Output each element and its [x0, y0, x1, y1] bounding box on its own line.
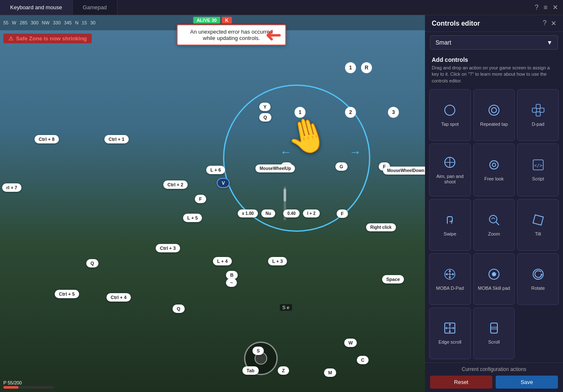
key-badge-rightclick[interactable]: Right click [366, 223, 396, 231]
key-badge-nu[interactable]: Nu [261, 209, 275, 217]
compass-30: 30 [90, 20, 96, 25]
key-badge-num2[interactable]: 2 [345, 107, 356, 118]
svg-rect-31 [491, 323, 497, 333]
key-badge-ctrl7[interactable]: rl + 7 [2, 183, 21, 192]
add-controls-title: Add controls [432, 56, 556, 63]
key-badge-space[interactable]: Space [382, 275, 404, 283]
key-badge-f3[interactable]: F [337, 209, 348, 218]
panel-close-icon[interactable]: ✕ [551, 19, 556, 27]
script-label: Script [532, 176, 544, 182]
safe-zone-text: Safe Zone is now shrinking [16, 35, 87, 42]
control-moba-skill[interactable]: MOBA Skill pad [473, 253, 515, 305]
tab-gamepad[interactable]: Gamepad [73, 0, 117, 15]
key-badge-f1[interactable]: F [195, 195, 206, 203]
panel-help-icon[interactable]: ? [543, 19, 547, 27]
key-badge-num1[interactable]: 1 [295, 107, 305, 118]
control-repeated-tap[interactable]: Repeated tap [473, 89, 515, 141]
svg-rect-6 [540, 108, 544, 112]
menu-icon[interactable]: ≡ [544, 4, 547, 11]
control-scroll[interactable]: Scroll [473, 307, 515, 359]
free-look-label: Free look [484, 176, 504, 182]
key-badge-l3[interactable]: L + 3 [268, 257, 287, 265]
compass-n: N [75, 20, 78, 25]
alive-badge: ALIVE 30 [193, 17, 220, 24]
key-badge-l5[interactable]: L + 5 [183, 214, 202, 222]
alive-label: ALIVE [197, 18, 210, 23]
control-aim-pan-shoot[interactable]: Aim, pan and shoot [429, 143, 471, 196]
key-badge-l4[interactable]: L + 4 [213, 257, 232, 265]
svg-text:</>: </> [534, 163, 542, 168]
key-badge-b[interactable]: B [226, 271, 238, 279]
control-rotate[interactable]: Rotate [517, 253, 559, 305]
zoom-label: Zoom [488, 231, 500, 237]
key-badge-r[interactable]: R [361, 62, 372, 73]
top-bar: Keyboard and mouse Gamepad ? ≡ ✕ [0, 0, 563, 15]
rotate-icon [531, 268, 545, 283]
key-badge-q1[interactable]: Q [259, 113, 271, 122]
key-badge-q3[interactable]: Q [173, 305, 185, 313]
compass-value: 55 [3, 20, 8, 25]
control-swipe[interactable]: Swipe [429, 199, 471, 251]
control-tap-spot[interactable]: Tap spot [429, 89, 471, 141]
save-button[interactable]: Save [496, 376, 558, 389]
control-moba-dpad[interactable]: MOBA D-Pad [429, 253, 471, 305]
key-badge-num3[interactable]: 3 [388, 107, 399, 118]
tab-keyboard[interactable]: Keyboard and mouse [0, 0, 73, 15]
dpad-label: D-pad [532, 122, 544, 127]
key-badge-x100[interactable]: x 1.00 [238, 209, 258, 217]
key-badge-mwdown[interactable]: MouseWheelDown [383, 167, 425, 175]
key-badge-se[interactable]: S e [280, 304, 292, 311]
control-free-look[interactable]: Free look [473, 143, 515, 196]
reset-button[interactable]: Reset [430, 376, 492, 389]
svg-marker-25 [540, 273, 543, 275]
game-area: 55 W 285 300 NW 330 345 N 15 30 ALIVE 30… [0, 15, 425, 392]
svg-marker-29 [445, 327, 447, 329]
key-badge-v[interactable]: V [217, 178, 230, 188]
key-badge-s[interactable]: S [252, 347, 264, 355]
add-controls-section: Add controls Drag and drop an action on … [425, 53, 563, 86]
hp-fill [3, 386, 19, 389]
key-badge-q2[interactable]: Q [86, 259, 98, 268]
key-badge-ctrl2[interactable]: Ctrl + 2 [163, 180, 188, 189]
alive-count: 30 [212, 18, 217, 23]
key-badge-tilde[interactable]: ~ [226, 278, 237, 287]
compass-285: 285 [20, 20, 27, 25]
control-zoom[interactable]: Zoom [473, 199, 515, 251]
key-badge-ctrl1[interactable]: Ctrl + 1 [104, 135, 129, 143]
panel-footer: Current configuration actions Reset Save [425, 363, 563, 392]
swipe-label: Swipe [443, 231, 456, 237]
key-badge-c[interactable]: C [357, 356, 369, 364]
key-badge-1[interactable]: 1 [345, 62, 356, 73]
key-badge-l2[interactable]: l + 2 [303, 209, 320, 217]
key-badge-z[interactable]: Z [278, 366, 289, 375]
key-badge-g[interactable]: G [335, 162, 348, 171]
tab-gamepad-label: Gamepad [83, 4, 107, 11]
svg-point-11 [492, 163, 496, 167]
control-script[interactable]: </> Script [517, 143, 559, 196]
hp-bar [3, 386, 54, 389]
key-badge-ctrl8[interactable]: Ctrl + 8 [35, 135, 59, 143]
key-badge-m[interactable]: M [324, 368, 336, 377]
key-badge-ctrl3[interactable]: Ctrl + 3 [156, 244, 180, 252]
edge-scroll-label: Edge scroll [438, 339, 461, 345]
panel-icons: ? ✕ [543, 19, 556, 27]
scroll-indicator[interactable] [284, 187, 286, 220]
tilt-icon [531, 213, 545, 229]
key-badge-l6[interactable]: L + 6 [206, 166, 225, 174]
key-badge-y[interactable]: Y [259, 103, 271, 111]
close-icon[interactable]: ✕ [552, 3, 558, 11]
question-icon[interactable]: ? [535, 4, 539, 11]
key-badge-ctrl4[interactable]: Ctrl + 4 [106, 293, 131, 302]
svg-point-2 [491, 108, 497, 113]
control-edge-scroll[interactable]: Edge scroll [429, 307, 471, 359]
smart-dropdown[interactable]: Smart ▼ [430, 35, 558, 50]
key-badge-mwup[interactable]: MouseWheelUp [255, 164, 295, 172]
key-badge-tab[interactable]: Tab [242, 366, 259, 375]
svg-marker-18 [449, 270, 451, 272]
footer-buttons: Reset Save [430, 376, 558, 389]
key-badge-ctrl5[interactable]: Ctrl + 5 [55, 290, 79, 298]
key-badge-w[interactable]: W [344, 339, 357, 347]
svg-rect-3 [536, 104, 540, 109]
control-tilt[interactable]: Tilt [517, 199, 559, 251]
control-dpad[interactable]: D-pad [517, 89, 559, 141]
